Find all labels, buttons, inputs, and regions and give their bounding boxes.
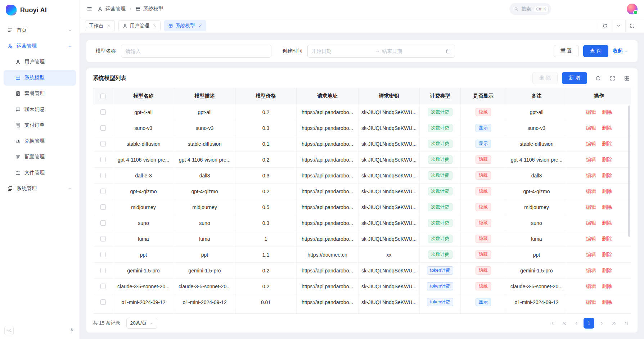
visibility-badge[interactable]: 隐藏: [476, 266, 491, 275]
edit-link[interactable]: 编辑: [586, 299, 596, 306]
edit-link[interactable]: 编辑: [586, 267, 596, 274]
row-checkbox[interactable]: [100, 268, 106, 273]
tab-close-icon[interactable]: [198, 24, 202, 28]
edit-link[interactable]: 编辑: [586, 252, 596, 258]
visibility-badge[interactable]: 隐藏: [476, 219, 491, 227]
row-checkbox[interactable]: [100, 157, 106, 162]
model-name-input[interactable]: [121, 45, 271, 58]
visibility-badge[interactable]: 隐藏: [476, 203, 491, 211]
column-header-visibility[interactable]: 是否显示: [461, 88, 506, 104]
tab-close-icon[interactable]: [107, 24, 111, 28]
edit-link[interactable]: 编辑: [586, 141, 596, 147]
column-header-model-desc[interactable]: 模型描述: [174, 88, 235, 104]
column-header-request-url[interactable]: 请求地址: [297, 88, 359, 104]
delete-link[interactable]: 删除: [602, 141, 612, 147]
delete-link[interactable]: 删除: [602, 188, 612, 195]
visibility-badge[interactable]: 隐藏: [476, 108, 491, 116]
delete-button[interactable]: 删 除: [532, 72, 558, 84]
table-tool-button[interactable]: [622, 74, 631, 82]
page-size-select[interactable]: 20条/页: [126, 318, 158, 329]
column-header-billing-type[interactable]: 计费类型: [420, 88, 461, 104]
pager-button[interactable]: [621, 318, 631, 328]
sidebar-item-system[interactable]: 系统管理: [4, 181, 76, 196]
row-checkbox[interactable]: [100, 189, 106, 194]
sidebar-collapse-button[interactable]: [4, 326, 14, 335]
row-checkbox[interactable]: [100, 299, 106, 305]
visibility-badge[interactable]: 隐藏: [476, 171, 491, 180]
visibility-badge[interactable]: 隐藏: [476, 187, 491, 195]
delete-link[interactable]: 删除: [602, 283, 612, 290]
column-header-remark[interactable]: 备注: [506, 88, 567, 104]
tabbar-action-button[interactable]: [625, 21, 639, 31]
edit-link[interactable]: 编辑: [586, 109, 596, 116]
sidebar-subitem[interactable]: 聊天消息: [4, 101, 76, 117]
edit-link[interactable]: 编辑: [586, 125, 596, 131]
tabbar-action-button[interactable]: [598, 21, 612, 31]
search-button[interactable]: 搜索 Ctrl K: [509, 3, 551, 15]
delete-link[interactable]: 删除: [602, 267, 612, 274]
add-button[interactable]: 新 增: [562, 72, 587, 84]
row-checkbox[interactable]: [100, 141, 106, 146]
row-checkbox[interactable]: [100, 284, 106, 289]
pager-button[interactable]: [609, 318, 619, 328]
edit-link[interactable]: 编辑: [586, 172, 596, 179]
current-page-button[interactable]: 1: [584, 318, 594, 329]
sidebar-subitem[interactable]: 配置管理: [4, 149, 76, 165]
collapse-filter-link[interactable]: 收起: [613, 48, 628, 54]
row-checkbox[interactable]: [100, 109, 106, 115]
delete-link[interactable]: 删除: [602, 204, 612, 211]
scrollbar-thumb[interactable]: [628, 105, 630, 237]
sidebar-toggle-button[interactable]: [86, 6, 93, 12]
row-checkbox[interactable]: [100, 173, 106, 178]
sidebar-subitem[interactable]: 兑换管理: [4, 133, 76, 149]
visibility-badge[interactable]: 隐藏: [476, 282, 491, 290]
sidebar-subitem[interactable]: 套餐管理: [4, 86, 76, 101]
column-header-request-key[interactable]: 请求密钥: [359, 88, 420, 104]
tab[interactable]: 系统模型: [164, 20, 206, 31]
column-header-model-price[interactable]: 模型价格: [235, 88, 297, 104]
row-checkbox[interactable]: [100, 125, 106, 131]
sidebar-subitem[interactable]: 用户管理: [4, 54, 76, 70]
delete-link[interactable]: 删除: [602, 252, 612, 258]
reset-button[interactable]: 重 置: [554, 45, 579, 57]
delete-link[interactable]: 删除: [602, 172, 612, 179]
tab[interactable]: 工作台: [85, 20, 115, 31]
sidebar-subitem[interactable]: 支付订单: [4, 117, 76, 133]
edit-link[interactable]: 编辑: [586, 236, 596, 242]
edit-link[interactable]: 编辑: [586, 220, 596, 226]
table-tool-button[interactable]: [594, 74, 602, 82]
visibility-badge[interactable]: 显示: [476, 140, 491, 148]
edit-link[interactable]: 编辑: [586, 157, 596, 163]
visibility-badge[interactable]: 隐藏: [476, 235, 491, 243]
date-range-picker[interactable]: [307, 45, 455, 58]
sidebar-item-home[interactable]: 首页: [4, 22, 76, 38]
tabbar-action-button[interactable]: [612, 21, 625, 31]
brand[interactable]: Ruoyi AI: [0, 0, 80, 20]
visibility-badge[interactable]: 隐藏: [476, 155, 491, 164]
row-checkbox[interactable]: [100, 220, 106, 226]
edit-link[interactable]: 编辑: [586, 204, 596, 211]
row-checkbox[interactable]: [100, 252, 106, 257]
visibility-badge[interactable]: 显示: [476, 124, 491, 132]
sidebar-item-operations[interactable]: 运营管理: [4, 38, 76, 54]
breadcrumb-item[interactable]: 运营管理: [98, 6, 126, 12]
avatar[interactable]: [627, 4, 638, 14]
delete-link[interactable]: 删除: [602, 125, 612, 131]
delete-link[interactable]: 删除: [602, 220, 612, 226]
sidebar-subitem[interactable]: 文件管理: [4, 165, 76, 181]
start-date-input[interactable]: [311, 48, 373, 54]
edit-link[interactable]: 编辑: [586, 188, 596, 195]
select-all-checkbox[interactable]: [100, 94, 106, 99]
sidebar-subitem[interactable]: 系统模型: [4, 70, 76, 86]
query-button[interactable]: 查 询: [583, 45, 608, 57]
tab[interactable]: 用户管理: [118, 20, 161, 31]
delete-link[interactable]: 删除: [602, 109, 612, 116]
pager-button[interactable]: [547, 318, 557, 328]
delete-link[interactable]: 删除: [602, 157, 612, 163]
table-tool-button[interactable]: [608, 74, 617, 82]
column-header-model-name[interactable]: 模型名称: [113, 88, 174, 104]
pin-button[interactable]: [68, 327, 75, 334]
delete-link[interactable]: 删除: [602, 299, 612, 306]
edit-link[interactable]: 编辑: [586, 283, 596, 290]
tab-close-icon[interactable]: [153, 24, 157, 28]
